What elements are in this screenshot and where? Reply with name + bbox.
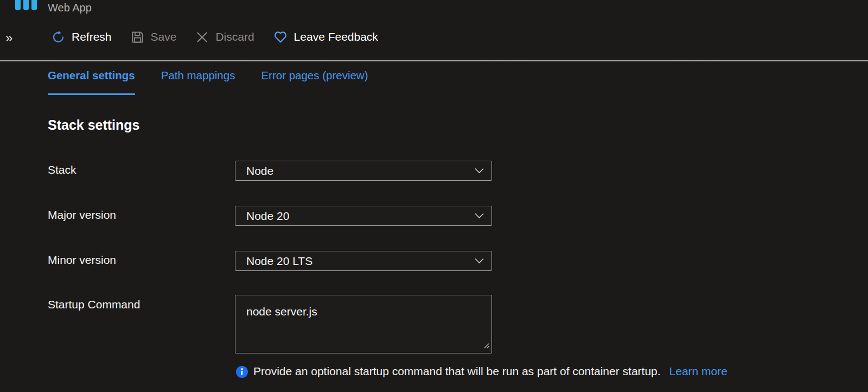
chevron-down-icon xyxy=(475,213,484,219)
chevron-down-icon xyxy=(475,168,484,174)
info-text: Provide an optional startup command that… xyxy=(253,365,661,378)
refresh-label: Refresh xyxy=(72,30,112,43)
stack-dropdown-value: Node xyxy=(246,165,475,178)
major-version-dropdown[interactable]: Node 20 xyxy=(235,206,492,226)
toolbar-divider xyxy=(0,60,868,61)
stack-dropdown[interactable]: Node xyxy=(235,161,492,181)
leave-feedback-label: Leave Feedback xyxy=(294,30,378,43)
page-title: Web App xyxy=(48,2,92,14)
discard-button[interactable]: Discard xyxy=(196,30,254,43)
tab-error-pages[interactable]: Error pages (preview) xyxy=(261,67,368,95)
refresh-button[interactable]: Refresh xyxy=(52,30,112,43)
app-service-icon xyxy=(15,0,37,10)
startup-command-info: Provide an optional startup command that… xyxy=(236,365,727,381)
minor-version-dropdown-value: Node 20 LTS xyxy=(246,255,475,268)
settings-tab-bar: General settings Path mappings Error pag… xyxy=(48,67,368,95)
startup-command-field: node server.js xyxy=(235,295,492,353)
learn-more-link[interactable]: Learn more xyxy=(669,365,727,378)
command-bar: Refresh Save Discard xyxy=(52,30,378,43)
tab-general-settings[interactable]: General settings xyxy=(48,67,135,95)
stack-label: Stack xyxy=(48,163,76,176)
section-heading: Stack settings xyxy=(48,117,140,133)
major-version-dropdown-value: Node 20 xyxy=(246,210,475,223)
major-version-label: Major version xyxy=(48,208,116,222)
webapp-configuration-page: Web App » Refresh Save xyxy=(0,0,868,392)
resize-handle[interactable] xyxy=(483,341,489,351)
icon-bar xyxy=(31,0,37,10)
minor-version-label: Minor version xyxy=(48,254,116,267)
leave-feedback-button[interactable]: Leave Feedback xyxy=(274,30,378,43)
chevron-double-right-icon: » xyxy=(5,30,12,45)
startup-command-input[interactable]: node server.js xyxy=(235,295,492,353)
info-icon xyxy=(236,365,248,381)
save-button[interactable]: Save xyxy=(131,30,177,43)
tab-path-mappings[interactable]: Path mappings xyxy=(161,67,235,95)
save-icon xyxy=(131,31,144,43)
startup-command-label: Startup Command xyxy=(48,298,140,311)
chevron-down-icon xyxy=(475,258,484,264)
minor-version-dropdown[interactable]: Node 20 LTS xyxy=(235,251,492,271)
discard-x-icon xyxy=(196,31,208,43)
icon-bar xyxy=(23,0,29,10)
expand-panel-button[interactable]: » xyxy=(5,31,12,45)
icon-bar xyxy=(15,0,21,10)
heart-icon xyxy=(274,31,287,43)
save-label: Save xyxy=(151,30,177,43)
refresh-icon xyxy=(52,31,65,43)
toolbar-divider-dotted xyxy=(0,59,868,59)
discard-label: Discard xyxy=(215,30,254,43)
